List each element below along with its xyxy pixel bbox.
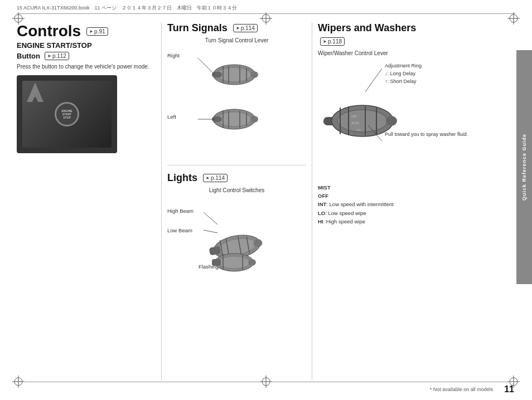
wiper-off: OFF [318, 192, 499, 200]
sidebar-tab-label: Quick Reference Guide [521, 134, 527, 201]
middle-divider [167, 165, 306, 165]
meta-bar: 15 ACURA ILX-31TX66200.book 11 ページ ２０１４年… [17, 4, 515, 14]
wipers-title-text: Wipers and Washers [318, 22, 416, 34]
svg-text:AUTO: AUTO [351, 121, 359, 125]
engine-start-image: ENGINESTARTSTOP [17, 75, 117, 153]
engine-page-ref: p.112 [45, 52, 69, 60]
svg-line-46 [204, 230, 217, 233]
right-label: Right [167, 52, 180, 58]
svg-text:INT: INT [357, 129, 361, 131]
engine-btn-circle: ENGINESTARTSTOP [55, 102, 79, 126]
svg-point-60 [386, 116, 397, 126]
turn-signal-lever-label: Turn Signal Control Lever [167, 37, 306, 43]
engine-section-title: ENGINE START/STOP [17, 41, 156, 50]
lights-title: Lights p.114 [167, 172, 306, 184]
svg-rect-21 [212, 72, 222, 77]
engine-body-text: Press the button to change the vehicle's… [17, 62, 156, 71]
wiper-status-labels: MIST OFF INT: Low speed with intermitten… [318, 183, 499, 226]
wiper-hi: HI: High speed wipe [318, 217, 499, 226]
turn-signals-section: Turn Signals p.114 Turn Signal Control L… [167, 22, 306, 158]
svg-text:OFF: OFF [351, 115, 357, 118]
svg-point-29 [217, 112, 251, 126]
wipers-ref-row: p.118 [318, 37, 499, 46]
svg-point-55 [337, 110, 388, 132]
svg-line-64 [365, 69, 382, 92]
col-turn-lights: Turn Signals p.114 Turn Signal Control L… [162, 22, 312, 381]
wiper-svg: OFF AUTO INT [318, 58, 452, 175]
col-wipers: Wipers and Washers p.118 Wiper/Washer Co… [312, 22, 514, 381]
lights-title-text: Lights [167, 172, 197, 184]
lights-svg [178, 197, 290, 286]
page-number: 11 [504, 384, 514, 394]
wipers-title: Wipers and Washers [318, 22, 499, 34]
engine-subtitle-text: Button [17, 52, 40, 60]
svg-line-45 [204, 212, 217, 225]
wiper-lever-label: Wiper/Washer Control Lever [318, 50, 499, 56]
svg-line-27 [198, 58, 215, 75]
wiper-int: INT: Low speed with intermittent [318, 200, 499, 208]
wiper-mist: MIST [318, 183, 499, 192]
main-content: Controls p.91 ENGINE START/STOP Button p… [17, 22, 514, 381]
col-controls: Controls p.91 ENGINE START/STOP Button p… [17, 22, 162, 381]
engine-button-label: Button p.112 [17, 52, 156, 60]
svg-point-52 [248, 259, 256, 266]
wipers-ref: p.118 [320, 37, 345, 46]
lights-ref: p.114 [203, 174, 228, 182]
lights-diagram: High Beam Low Beam Flashing [167, 197, 306, 297]
left-label: Left [167, 114, 176, 120]
wiper-diagram: Adjustment Ring ↓: Long Delay ↑: Short D… [318, 58, 499, 181]
bottom-note: * Not available on all models [430, 387, 494, 392]
light-switches-label: Light Control Switches [167, 187, 306, 193]
wiper-lo: LO: Low speed wipe [318, 209, 499, 217]
columns-layout: Controls p.91 ENGINE START/STOP Button p… [17, 22, 514, 381]
svg-point-20 [217, 67, 251, 82]
svg-point-26 [250, 71, 258, 78]
controls-title-text: Controls [17, 22, 81, 40]
controls-main-title: Controls p.91 [17, 22, 156, 40]
meta-text: 15 ACURA ILX-31TX66200.book 11 ページ ２０１４年… [17, 4, 237, 12]
svg-point-35 [250, 116, 258, 123]
turn-signal-svg [178, 47, 290, 147]
svg-rect-49 [212, 259, 221, 266]
engine-title-text: ENGINE START/STOP [17, 41, 92, 50]
bottom-bar: * Not available on all models 11 [17, 382, 514, 394]
controls-page-ref: p.91 [86, 27, 108, 36]
turn-signal-diagram: Right Left [167, 47, 306, 158]
turn-signals-title: Turn Signals p.114 [167, 22, 306, 34]
turn-signals-title-text: Turn Signals [167, 22, 228, 34]
engine-img-inner: ENGINESTARTSTOP [22, 81, 112, 148]
lights-section: Lights p.114 Light Control Switches High… [167, 172, 306, 297]
turn-signals-ref: p.114 [233, 24, 258, 32]
sidebar-tab: Quick Reference Guide [516, 50, 532, 284]
